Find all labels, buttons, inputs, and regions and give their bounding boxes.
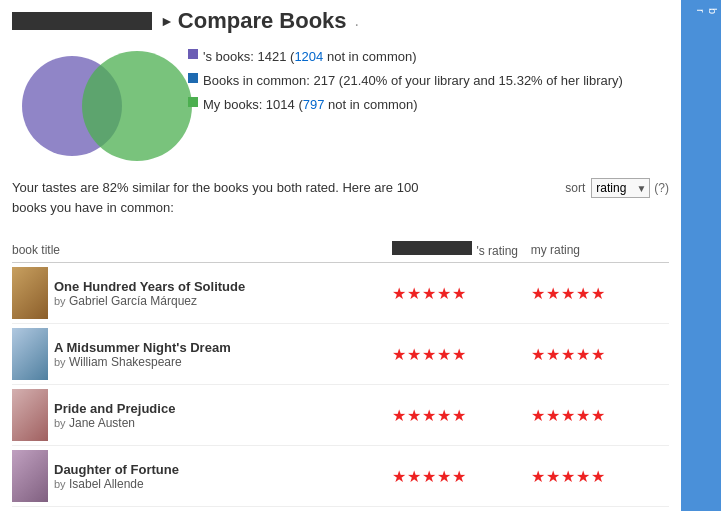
- stats-block: 's books: 1421 (1204 not in common) Book…: [188, 46, 623, 118]
- my-rating-cell: ★★★★★: [531, 446, 669, 507]
- stars: ★★★★★: [392, 285, 467, 302]
- dot-separator: .: [355, 12, 359, 30]
- their-not-common-link[interactable]: 1204: [294, 49, 323, 64]
- book-cell-3: Daughter of Fortune by Isabel Allende: [12, 446, 392, 507]
- stat-common-books: Books in common: 217 (21.40% of your lib…: [188, 70, 623, 92]
- book-cell-1: A Midsummer Night's Dream by William Sha…: [12, 324, 392, 385]
- book-author: by Gabriel García Márquez: [54, 294, 245, 308]
- book-cover: [12, 267, 48, 319]
- stars: ★★★★★: [531, 468, 606, 485]
- col-title-header: book title: [12, 237, 392, 263]
- my-rating-cell: ★★★★★: [531, 385, 669, 446]
- arrow-icon: ►: [160, 13, 174, 29]
- sort-select[interactable]: rating title author: [591, 178, 650, 198]
- their-rating-cell: ★★★★★: [392, 324, 530, 385]
- stars: ★★★★★: [392, 407, 467, 424]
- their-rating-cell: ★★★★★: [392, 507, 530, 512]
- their-rating-cell: ★★★★★: [392, 263, 530, 324]
- book-cell-4: A Wrinkle in Time by Madeleine L'Engle: [12, 507, 392, 512]
- their-books-text: 's books: 1421 (1204 not in common): [203, 46, 417, 68]
- book-author: by Jane Austen: [54, 416, 175, 430]
- blue-square-icon: [188, 73, 198, 83]
- page-title: Compare Books: [178, 8, 347, 34]
- books-table: book title 's rating my rating One Hundr…: [12, 237, 669, 511]
- venn-diagram: [12, 46, 172, 166]
- header-left: ► Compare Books .: [12, 8, 359, 34]
- my-rating-cell: ★★★★★: [531, 263, 669, 324]
- similarity-text: Your tastes are 82% similar for the book…: [12, 178, 452, 217]
- stat-my-books: My books: 1014 (797 not in common): [188, 94, 623, 116]
- my-rating-cell: ★★★★★: [531, 507, 669, 512]
- sort-label: sort: [565, 181, 585, 195]
- table-header-row: book title 's rating my rating: [12, 237, 669, 263]
- book-info: A Midsummer Night's Dream by William Sha…: [54, 340, 231, 369]
- stars: ★★★★★: [531, 407, 606, 424]
- table-row: A Wrinkle in Time by Madeleine L'Engle ★…: [12, 507, 669, 512]
- my-not-common-link[interactable]: 797: [303, 97, 325, 112]
- their-name-bar: [392, 241, 472, 255]
- table-row: Pride and Prejudice by Jane Austen ★★★★★…: [12, 385, 669, 446]
- sort-select-wrapper: rating title author ▼: [591, 178, 650, 198]
- book-author: by Isabel Allende: [54, 477, 179, 491]
- help-icon[interactable]: (?): [654, 181, 669, 195]
- book-cover: [12, 389, 48, 441]
- venn-circle-right: [82, 51, 192, 161]
- my-books-text: My books: 1014 (797 not in common): [203, 94, 418, 116]
- right-panel: br: [681, 0, 721, 511]
- stars: ★★★★★: [531, 285, 606, 302]
- book-cell-2: Pride and Prejudice by Jane Austen: [12, 385, 392, 446]
- col-my-rating-header: my rating: [531, 237, 669, 263]
- book-author: by William Shakespeare: [54, 355, 231, 369]
- table-row: One Hundred Years of Solitude by Gabriel…: [12, 263, 669, 324]
- book-cover: [12, 450, 48, 502]
- book-info: Pride and Prejudice by Jane Austen: [54, 401, 175, 430]
- book-title-link[interactable]: Daughter of Fortune: [54, 462, 179, 477]
- table-row: Daughter of Fortune by Isabel Allende ★★…: [12, 446, 669, 507]
- book-info: Daughter of Fortune by Isabel Allende: [54, 462, 179, 491]
- stars: ★★★★★: [531, 346, 606, 363]
- purple-square-icon: [188, 49, 198, 59]
- sort-container: sort rating title author ▼ (?): [565, 178, 669, 198]
- venn-area: 's books: 1421 (1204 not in common) Book…: [12, 46, 669, 166]
- table-row: A Midsummer Night's Dream by William Sha…: [12, 324, 669, 385]
- header: ► Compare Books .: [12, 8, 669, 34]
- stars: ★★★★★: [392, 468, 467, 485]
- my-rating-cell: ★★★★★: [531, 324, 669, 385]
- book-info: One Hundred Years of Solitude by Gabriel…: [54, 279, 245, 308]
- book-title-link[interactable]: Pride and Prejudice: [54, 401, 175, 416]
- book-title-link[interactable]: A Midsummer Night's Dream: [54, 340, 231, 355]
- stat-their-books: 's books: 1421 (1204 not in common): [188, 46, 623, 68]
- book-cell-0: One Hundred Years of Solitude by Gabriel…: [12, 263, 392, 324]
- book-title-link[interactable]: One Hundred Years of Solitude: [54, 279, 245, 294]
- their-rating-cell: ★★★★★: [392, 385, 530, 446]
- common-books-text: Books in common: 217 (21.40% of your lib…: [203, 70, 623, 92]
- left-panel: ► Compare Books . 's books: 1421 (1204 n…: [0, 0, 681, 511]
- col-their-rating-header: 's rating: [392, 237, 530, 263]
- their-rating-cell: ★★★★★: [392, 446, 530, 507]
- main-container: ► Compare Books . 's books: 1421 (1204 n…: [0, 0, 721, 511]
- user-name-bar: [12, 12, 152, 30]
- stars: ★★★★★: [392, 346, 467, 363]
- book-cover: [12, 328, 48, 380]
- right-panel-text: br: [683, 8, 719, 14]
